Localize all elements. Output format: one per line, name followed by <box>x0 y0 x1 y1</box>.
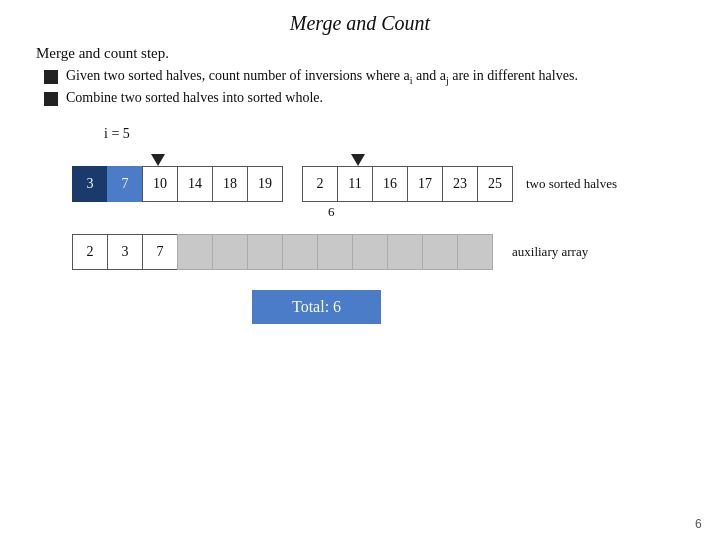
left-cell-1: 7 <box>107 166 143 202</box>
page-number: 6 <box>695 518 702 532</box>
aux-cell-7 <box>317 234 353 270</box>
aux-cell-1: 3 <box>107 234 143 270</box>
aux-cell-9 <box>387 234 423 270</box>
list-item-1: Given two sorted halves, count number of… <box>44 68 684 86</box>
arrow-row <box>104 144 684 166</box>
left-cell-0: 3 <box>72 166 108 202</box>
aux-cell-8 <box>352 234 388 270</box>
sorted-halves-label: two sorted halves <box>526 176 617 192</box>
left-cell-3: 14 <box>177 166 213 202</box>
left-cell-2: 10 <box>142 166 178 202</box>
six-label: 6 <box>328 204 335 220</box>
six-spacer <box>72 202 328 220</box>
i-label: i = 5 <box>104 126 684 142</box>
bullet-list: Given two sorted halves, count number of… <box>44 68 684 106</box>
total-bar: Total: 6 <box>72 270 684 324</box>
right-cell-3: 17 <box>407 166 443 202</box>
aux-cell-2: 7 <box>142 234 178 270</box>
aux-row-container: 2 3 7 auxiliary array <box>72 234 684 270</box>
aux-cell-0: 2 <box>72 234 108 270</box>
arrow-right <box>340 154 376 166</box>
right-array: 2 11 16 17 23 25 <box>302 166 512 202</box>
section-heading: Merge and count step. <box>36 45 684 62</box>
right-cell-2: 16 <box>372 166 408 202</box>
down-arrow-right <box>351 154 365 166</box>
diagram-area: i = 5 3 7 10 <box>36 126 684 324</box>
aux-label: auxiliary array <box>512 244 588 260</box>
page-title: Merge and Count <box>0 0 720 45</box>
aux-cell-6 <box>282 234 318 270</box>
list-item-1-text: Given two sorted halves, count number of… <box>66 68 578 86</box>
left-array: 3 7 10 14 18 19 <box>72 166 282 202</box>
left-cell-5: 19 <box>247 166 283 202</box>
list-item-2: Combine two sorted halves into sorted wh… <box>44 90 684 106</box>
right-cell-4: 23 <box>442 166 478 202</box>
aux-cell-4 <box>212 234 248 270</box>
aux-cell-3 <box>177 234 213 270</box>
aux-cell-10 <box>422 234 458 270</box>
down-arrow-left <box>151 154 165 166</box>
arrays-row: 3 7 10 14 18 19 2 11 16 17 23 25 two sor… <box>72 166 684 202</box>
total-label: Total: 6 <box>252 290 381 324</box>
aux-cell-5 <box>247 234 283 270</box>
bullet-icon-2 <box>44 92 58 106</box>
right-cell-1: 11 <box>337 166 373 202</box>
aux-array: 2 3 7 <box>72 234 492 270</box>
right-cell-0: 2 <box>302 166 338 202</box>
bullet-icon-1 <box>44 70 58 84</box>
arrow-left <box>140 154 176 166</box>
left-cell-4: 18 <box>212 166 248 202</box>
right-cell-5: 25 <box>477 166 513 202</box>
aux-cell-11 <box>457 234 493 270</box>
six-label-row: 6 <box>72 202 684 220</box>
list-item-2-text: Combine two sorted halves into sorted wh… <box>66 90 323 106</box>
